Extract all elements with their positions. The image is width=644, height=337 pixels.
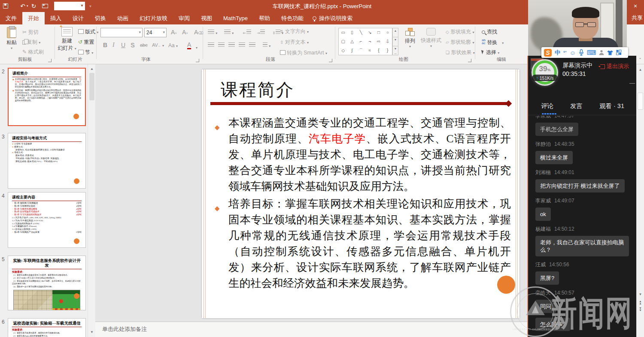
- layout-button[interactable]: 版式 ▾: [78, 28, 98, 36]
- shape-glyph-15[interactable]: ≈: [369, 48, 371, 53]
- thumb-scroll-up-icon[interactable]: ▲: [88, 67, 96, 71]
- microphone-icon[interactable]: [579, 49, 584, 56]
- numbering-button[interactable]: ▾: [224, 30, 234, 36]
- meeting-tab-2[interactable]: 观看 · 31: [599, 99, 624, 114]
- change-case-button[interactable]: Aa ▾: [168, 42, 178, 48]
- tell-me-search[interactable]: 操作说明搜索: [313, 12, 352, 24]
- font-size-combobox[interactable]: 24▾: [144, 28, 167, 37]
- select-button[interactable]: 选择 ▾: [482, 49, 499, 56]
- align-left-button[interactable]: [208, 42, 214, 48]
- scroll-up-icon[interactable]: ▲: [637, 68, 644, 72]
- font-color-button[interactable]: A: [187, 42, 191, 49]
- ribbon-tab-6[interactable]: 幻灯片放映: [134, 12, 173, 24]
- emoji-icon[interactable]: ☺: [569, 49, 575, 56]
- shape-glyph-4[interactable]: □: [377, 30, 380, 35]
- exit-presentation-button[interactable]: 退出演示: [600, 63, 629, 70]
- bold-button[interactable]: B: [103, 42, 107, 48]
- ribbon-tab-8[interactable]: 视图: [195, 12, 218, 24]
- shapes-scroll-down[interactable]: ▼: [392, 37, 398, 46]
- arrange-button[interactable]: 排列▾: [403, 28, 417, 48]
- distribute-button[interactable]: [249, 42, 255, 48]
- save-button[interactable]: [0, 3, 11, 9]
- font-dialog-launcher[interactable]: [196, 59, 199, 62]
- ime-toolbar[interactable]: S 中 °’ ☺ ⌨: [541, 47, 628, 58]
- start-slideshow-button[interactable]: [39, 4, 51, 8]
- quick-styles-button[interactable]: 快速样式▾: [419, 28, 443, 48]
- shape-glyph-2[interactable]: ╲: [360, 30, 362, 35]
- text-direction-button[interactable]: ⇅ 文字方向 ▾: [280, 28, 309, 35]
- punctuation-icon[interactable]: °’: [563, 50, 566, 55]
- ribbon-tab-0[interactable]: 文件: [0, 12, 22, 24]
- meeting-tab-0[interactable]: 评论: [541, 99, 553, 114]
- ribbon-tab-9[interactable]: MathType: [218, 12, 253, 24]
- align-center-button[interactable]: [218, 42, 225, 48]
- strikethrough-button[interactable]: abc: [140, 42, 148, 48]
- bullets-button[interactable]: ▾: [208, 30, 217, 36]
- decrease-indent-button[interactable]: ⇤: [243, 30, 251, 36]
- clear-formatting-button[interactable]: A⌫: [194, 29, 204, 36]
- shape-glyph-7[interactable]: △: [350, 39, 354, 44]
- slide-thumbnail-4[interactable]: 课程主要内容○第1章 物联网/车联网概述2学时○第2章 车联网理论基础4学时○第…: [8, 192, 86, 248]
- quick-access-dropdown[interactable]: ▿: [85, 4, 96, 8]
- shape-glyph-8[interactable]: ⌐: [360, 39, 362, 44]
- justify-button[interactable]: [239, 42, 245, 48]
- ribbon-tab-2[interactable]: 插入: [45, 12, 67, 24]
- italic-button[interactable]: I: [112, 42, 115, 48]
- scrollbar-thumb[interactable]: [638, 93, 643, 110]
- chinese-mode-icon[interactable]: 中: [555, 49, 560, 57]
- shape-glyph-5[interactable]: ○: [386, 30, 389, 35]
- slide-thumbnail-3[interactable]: 课程安排与考核方式●32学时 专业选修课●授课方式:讲授为主, 结合实际案例和课…: [8, 133, 86, 189]
- font-color-dropdown[interactable]: ▾: [196, 43, 197, 50]
- align-right-button[interactable]: [228, 42, 235, 48]
- slide-thumbnail-2[interactable]: 课程简介◆本课程涵盖交通类专业的交通工程学、交通管理与控制、自动控制原理、汽车电…: [8, 68, 86, 126]
- increase-font-button[interactable]: A˄: [171, 29, 177, 36]
- ribbon-collapse-icon[interactable]: ⌃: [637, 57, 644, 62]
- shape-glyph-6[interactable]: ▢: [341, 39, 345, 44]
- previous-slide-icon[interactable]: ▲▲: [637, 300, 644, 304]
- ribbon-tab-7[interactable]: 审阅: [173, 12, 195, 24]
- slide-thumbnail-5[interactable]: 实验: 车联网信息服务系统软件设计开发实验要求:（1）掌握车联网信息服务系统工作…: [8, 256, 86, 310]
- new-slide-button[interactable]: 新建 幻灯片 ▾: [57, 27, 77, 52]
- shapes-gallery[interactable]: ▭▯╲↘□○▢△⌐¬⇨⇩◇∫⌒≈{}: [338, 28, 392, 55]
- decrease-font-button[interactable]: A˅: [182, 29, 188, 36]
- ribbon-tab-10[interactable]: 帮助: [253, 12, 276, 24]
- next-slide-icon[interactable]: ▼▼: [637, 307, 644, 311]
- paste-button[interactable]: 粘贴▾: [3, 27, 20, 50]
- slide-editor[interactable]: 课程简介 ◆本课程涵盖交通类专业的交通工程学、交通管理与控制、自动控制原理、汽车…: [202, 69, 519, 318]
- slide-title[interactable]: 课程简介: [221, 78, 295, 102]
- text-shadow-button[interactable]: S: [131, 42, 134, 48]
- shape-glyph-0[interactable]: ▭: [341, 30, 345, 35]
- ribbon-tab-4[interactable]: 切换: [89, 12, 112, 24]
- shape-glyph-13[interactable]: ∫: [352, 48, 353, 53]
- person-icon[interactable]: [599, 50, 604, 55]
- shape-effects-button[interactable]: ❏ 形状效果 ▾: [446, 49, 475, 56]
- thumb-scroll-down-icon[interactable]: ▼: [88, 330, 96, 334]
- shape-glyph-9[interactable]: ¬: [368, 39, 371, 44]
- slide-thumbnail-6[interactable]: 返校选做实验: 实验箱—车载无线通信实验要求:（1）掌握车载无线通信原理，掌握相…: [8, 318, 86, 337]
- shape-glyph-12[interactable]: ◇: [341, 48, 345, 53]
- skin-icon[interactable]: [607, 50, 613, 55]
- shape-glyph-17[interactable]: }: [387, 48, 388, 53]
- shapes-more-button[interactable]: ▼─: [392, 46, 398, 55]
- drawing-dialog-launcher[interactable]: [468, 59, 471, 62]
- thumbnail-scrollbar[interactable]: ▲ ▼: [88, 64, 95, 337]
- toolbox-grid-icon[interactable]: [616, 50, 622, 55]
- shape-glyph-11[interactable]: ⇩: [386, 39, 389, 44]
- shapes-scroll-up[interactable]: ▲: [392, 28, 398, 37]
- main-scrollbar[interactable]: ▲ ▼ ▲▲ ▼▼: [636, 64, 644, 337]
- font-name-combobox[interactable]: ▾: [100, 28, 143, 37]
- shape-outline-button[interactable]: ▱ 形状轮廓 ▾: [446, 39, 474, 46]
- shape-glyph-1[interactable]: ▯: [351, 30, 353, 35]
- underline-button[interactable]: U: [121, 42, 125, 48]
- shape-glyph-14[interactable]: ⌒: [359, 48, 363, 53]
- thumb-scrollbar-thumb[interactable]: [89, 73, 94, 100]
- slide-body[interactable]: ◆本课程涵盖交通类专业的交通工程学、交通管理与控制、自动控制原理、汽车电子学、嵌…: [214, 115, 511, 293]
- redo-button[interactable]: ↻: [28, 3, 39, 9]
- character-spacing-button[interactable]: AV↔ ▾: [152, 42, 164, 48]
- panel-collapse-handle[interactable]: —: [629, 80, 635, 86]
- share-button[interactable]: 共享: [632, 14, 643, 22]
- shape-glyph-10[interactable]: ⇨: [377, 39, 380, 44]
- section-button[interactable]: 节 ▾: [78, 49, 93, 56]
- keyboard-icon[interactable]: ⌨: [587, 49, 596, 57]
- window-close-button[interactable]: ×: [630, 2, 641, 10]
